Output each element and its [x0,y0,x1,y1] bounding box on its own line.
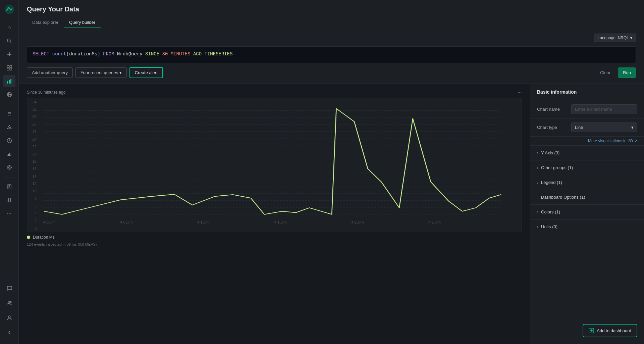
sidebar-icon-user[interactable] [3,312,15,324]
query-column: durationMs [69,51,97,57]
sidebar-icon-more[interactable]: ··· [3,207,15,219]
x-label-400pm: 4:00pm [43,220,56,224]
sidebar-icon-alert[interactable] [3,121,15,133]
sidebar-icon-collapse[interactable] [3,327,15,339]
right-panel: Basic information Chart name Chart type … [530,84,644,344]
y-label-32: 32 [27,107,37,111]
dashboard-options-header[interactable]: › Dashboard Options (1) [530,190,644,204]
svg-line-2 [10,42,11,43]
sidebar-icon-stack[interactable] [3,194,15,206]
y-label-26: 26 [27,130,37,134]
app-logo[interactable] [4,4,15,15]
sidebar-icon-add[interactable] [3,48,15,60]
svg-rect-11 [10,79,11,84]
y-label-14: 14 [27,174,37,178]
y-axis-title: Y Axis (3) [541,150,559,155]
page-header: Query Your Data Data explorer Query buil… [19,0,644,28]
recent-queries-button[interactable]: Your recent queries ▾ [75,67,127,78]
add-to-dashboard-label: Add to dashboard [597,328,631,333]
chart-menu-button[interactable]: ··· [518,89,522,95]
query-editor[interactable]: SELECT count(durationMs) FROM NrdbQuery … [27,46,636,63]
recent-queries-label: Your recent queries [80,70,118,75]
legend-section: › Legend (1) [530,175,644,190]
chart-name-row: Chart name [530,100,644,118]
chart-name-label: Chart name [537,107,567,112]
sidebar-bottom [3,282,15,340]
language-chevron: ▾ [630,36,632,40]
sidebar-icon-grid[interactable] [3,62,15,74]
tab-bar: Data explorer Query builder [27,17,636,28]
units-title: Units (0) [541,224,557,229]
y-axis-chevron: › [537,151,538,155]
sidebar-icon-chat[interactable] [3,282,15,294]
units-section: › Units (0) [530,219,644,234]
y-label-18: 18 [27,159,37,163]
sidebar-icon-list[interactable] [3,108,15,120]
sidebar-icon-document[interactable] [3,181,15,193]
chart-type-select[interactable]: Line ▾ [571,122,637,132]
sidebar-icon-chart[interactable] [3,75,15,87]
sidebar-icon-globe[interactable] [3,89,15,101]
tab-query-builder[interactable]: Query builder [64,17,101,28]
svg-rect-24 [11,154,11,156]
sidebar-icon-clock[interactable] [3,135,15,147]
y-label-16: 16 [27,167,37,171]
page-title: Query Your Data [27,5,636,13]
y-label-12: 12 [27,182,37,186]
svg-rect-10 [9,80,10,84]
y-label-34: 34 [27,100,37,104]
sidebar-divider-2 [4,178,14,178]
legend-header[interactable]: › Legend (1) [530,175,644,190]
units-chevron: › [537,225,538,229]
y-axis-labels: 34 32 30 28 26 24 22 20 18 16 14 12 10 8… [27,98,37,232]
io-link[interactable]: More visualizations in I/O ↗ [530,137,644,146]
colors-title: Colors (1) [541,209,560,214]
units-header[interactable]: › Units (0) [530,219,644,234]
sidebar-icon-users[interactable] [3,297,15,309]
add-to-dashboard-button[interactable]: Add to dashboard [583,324,637,337]
chart-svg [33,104,516,218]
dashboard-options-title: Dashboard Options (1) [541,195,585,200]
y-label-22: 22 [27,145,37,149]
chart-type-chevron: ▾ [631,125,634,130]
legend-title: Legend (1) [541,180,562,185]
query-table: NrdbQuery [117,51,145,57]
query-timeseries-kw: TIMESERIES [205,51,233,57]
sidebar-icon-home[interactable]: ⌂ [3,21,15,34]
other-groups-chevron: › [537,165,538,170]
sidebar-icon-bar-chart[interactable] [3,148,15,160]
y-label-8: 8 [27,196,37,200]
chart-name-input[interactable] [571,104,637,114]
query-select-kw: SELECT [33,51,52,57]
y-label-4: 4 [27,211,37,215]
other-groups-header[interactable]: › Other groups (1) [530,160,644,175]
other-groups-title: Other groups (1) [541,165,573,170]
create-alert-button[interactable]: Create alert [129,67,163,78]
svg-rect-5 [7,65,9,67]
colors-header[interactable]: › Colors (1) [530,205,644,219]
add-another-query-button[interactable]: Add another query [27,67,73,78]
chart-type-row: Chart type Line ▾ [530,118,644,137]
main-content: Query Your Data Data explorer Query buil… [19,0,644,344]
query-ago-kw: AGO [193,51,205,57]
tab-data-explorer[interactable]: Data explorer [27,17,64,28]
sidebar-icon-search[interactable] [3,35,15,47]
legend-label: Duration Ms [33,235,55,240]
y-label-24: 24 [27,137,37,141]
language-button[interactable]: Language: NRQL ▾ [594,34,636,42]
content-area: Since 30 minutes ago ··· 34 32 30 28 26 … [19,84,644,344]
colors-chevron: › [537,210,538,214]
chart-header: Since 30 minutes ago ··· [27,89,522,95]
query-area: Language: NRQL ▾ SELECT count(durationMs… [19,28,644,84]
run-button[interactable]: Run [618,67,636,78]
io-link-icon: ↗ [634,139,637,143]
svg-point-19 [9,128,9,129]
svg-point-30 [8,301,9,303]
x-label-405pm: 4:05pm [120,220,133,224]
y-axis-header[interactable]: › Y Axis (3) [530,146,644,160]
svg-rect-9 [7,81,8,84]
clear-button[interactable]: Clear [595,68,615,78]
sidebar-icon-eye[interactable] [3,161,15,174]
y-axis-section: › Y Axis (3) [530,146,644,160]
basic-info-header: Basic information [530,84,644,100]
